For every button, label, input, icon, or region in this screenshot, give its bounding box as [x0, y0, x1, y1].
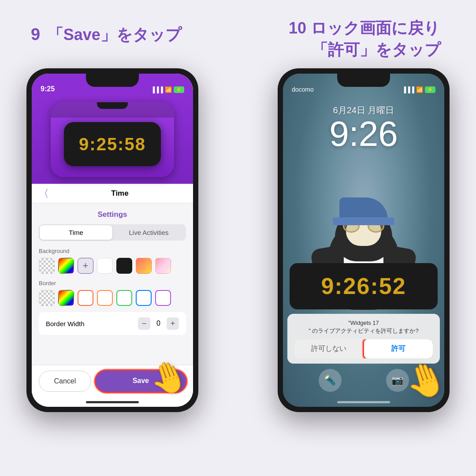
border-width-value: 0 [156, 320, 160, 327]
bg-swatch-black[interactable] [116, 258, 132, 274]
permission-text: "Widgets 17 " のライブアクティビティを許可しますか? [294, 319, 433, 335]
back-button[interactable]: 〈 [38, 186, 49, 201]
border-color-row [39, 290, 186, 306]
signal-icon: ▐▐▐ [151, 86, 163, 93]
border-width-controls: − 0 + [138, 317, 179, 330]
flashlight-icon[interactable]: 🔦 [319, 369, 342, 392]
border-swatch-green[interactable] [116, 290, 132, 306]
battery-icon: ⚡ [174, 86, 184, 93]
phone-right: docomo ▐▐▐ 📶 ⚡ 6月24日 月曜日 9:26 9:26:52 [278, 68, 450, 412]
camera-symbol: 📷 [391, 375, 403, 386]
background-label: Background [39, 248, 186, 254]
notch-right [337, 74, 390, 87]
signal-icon-right: ▐▐▐ [402, 86, 414, 93]
phone-screen-left: 9:25 ▐▐▐ 📶 ⚡ 9:25:5 [32, 74, 193, 407]
border-swatch-orange2[interactable] [97, 290, 113, 306]
border-width-row: Border Width − 0 + [39, 312, 186, 335]
settings-title: Settings [39, 210, 186, 219]
border-width-increase[interactable]: + [167, 317, 179, 330]
settings-content: Settings Time Live Activities Background… [32, 203, 193, 365]
bg-swatch-gradient1[interactable] [136, 258, 152, 274]
nav-bar-left: 〈 Time [32, 184, 193, 203]
bg-swatch-checker[interactable] [39, 258, 55, 274]
bg-swatch-gradient2[interactable] [155, 258, 171, 274]
bg-swatch-rainbow[interactable] [58, 258, 74, 274]
border-swatch-blue[interactable] [136, 290, 152, 306]
status-icons-right: ▐▐▐ 📶 ⚡ [402, 86, 435, 93]
lockscreen-bg: docomo ▐▐▐ 📶 ⚡ 6月24日 月曜日 9:26 9:26:52 [283, 74, 444, 407]
cancel-button[interactable]: Cancel [39, 371, 91, 392]
permission-buttons: 許可しない 許可 [294, 339, 433, 358]
phone-left: 9:25 ▐▐▐ 📶 ⚡ 9:25:5 [26, 68, 198, 412]
penguin-hat-brim [333, 217, 394, 225]
border-swatch-purple[interactable] [155, 290, 171, 306]
border-swatch-checker[interactable] [39, 290, 55, 306]
deny-button[interactable]: 許可しない [294, 339, 364, 358]
home-bar-left [86, 401, 139, 403]
border-width-label: Border Width [46, 320, 85, 327]
home-bar-right [337, 401, 390, 403]
preview-clock-time: 9:25:58 [79, 134, 146, 154]
permission-dialog: "Widgets 17 " のライブアクティビティを許可しますか? 許可しない … [287, 314, 440, 364]
bg-swatch-white[interactable] [97, 258, 113, 274]
phone-screen-right: docomo ▐▐▐ 📶 ⚡ 6月24日 月曜日 9:26 9:26:52 [283, 74, 444, 407]
border-swatch-rainbow[interactable] [58, 290, 74, 306]
nav-title: Time [53, 189, 186, 198]
penguin-head [335, 208, 392, 261]
lockscreen-time: 9:26 [283, 116, 444, 152]
border-label: Border [39, 280, 186, 286]
wifi-icon-right: 📶 [416, 86, 423, 93]
step-10-label: 10 ロック画面に戻り 「許可」をタップ [288, 18, 441, 61]
background-color-row: + [39, 258, 186, 274]
step-9-label: 9 「Save」をタップ [31, 24, 182, 46]
status-time-left: 9:25 [41, 85, 55, 93]
clock-time-lock: 9:26:52 [321, 273, 406, 299]
flashlight-symbol: 🔦 [324, 375, 336, 386]
battery-icon-right: ⚡ [425, 86, 435, 93]
clock-widget-lock: 9:26:52 [290, 263, 438, 309]
preview-area: 9:25:58 [32, 96, 193, 184]
border-width-decrease[interactable]: − [138, 317, 150, 330]
border-swatch-orange[interactable] [78, 290, 93, 306]
notch-left [86, 74, 139, 87]
tab-live-activities[interactable]: Live Activities [112, 225, 185, 240]
wifi-icon: 📶 [165, 86, 172, 93]
status-icons-left: ▐▐▐ 📶 ⚡ [151, 86, 184, 93]
tab-time[interactable]: Time [40, 225, 112, 240]
tab-switcher[interactable]: Time Live Activities [39, 224, 186, 241]
bg-swatch-add[interactable]: + [78, 258, 93, 274]
allow-button[interactable]: 許可 [364, 339, 433, 358]
carrier-label: docomo [292, 86, 314, 93]
